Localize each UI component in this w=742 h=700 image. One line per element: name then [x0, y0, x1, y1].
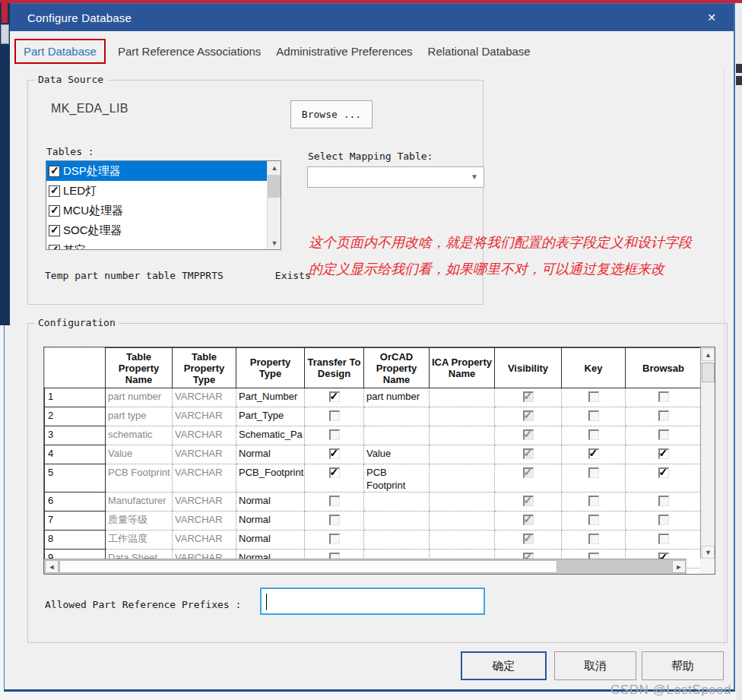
help-button[interactable]: 帮助 — [642, 651, 724, 680]
cell-property-type[interactable]: Normal — [236, 512, 305, 531]
list-item[interactable]: 其它 — [46, 240, 281, 250]
transfer-to-design-checkbox[interactable] — [329, 496, 340, 506]
cell-property-type[interactable]: Normal — [236, 493, 305, 512]
table-checkbox[interactable] — [49, 245, 60, 251]
table-row: 7 质量等级 VARCHAR Normal — [45, 512, 702, 531]
scrollbar-thumb[interactable] — [59, 560, 557, 573]
cell-orcad-property-name[interactable] — [364, 426, 430, 445]
key-checkbox[interactable] — [588, 515, 599, 525]
key-checkbox[interactable] — [588, 410, 599, 421]
key-checkbox[interactable] — [588, 391, 599, 402]
scrollbar-thumb[interactable] — [268, 175, 281, 198]
key-checkbox[interactable] — [588, 496, 599, 506]
cancel-button[interactable]: 取消 — [554, 651, 636, 680]
cell-orcad-property-name[interactable]: part number — [364, 388, 430, 407]
table-checkbox[interactable] — [49, 225, 60, 236]
cell-orcad-property-name[interactable] — [364, 407, 430, 426]
cell-orcad-property-name[interactable]: PCB Footprint — [364, 464, 430, 493]
cell-orcad-property-name[interactable] — [364, 531, 430, 550]
scroll-right-icon[interactable]: ► — [672, 560, 686, 573]
key-checkbox[interactable] — [588, 467, 599, 478]
tab-part-database[interactable]: Part Database — [14, 39, 106, 64]
configure-database-dialog: Configure Database ✕ Part Database Part … — [4, 3, 735, 692]
grid-vertical-scrollbar[interactable]: ▲ ▼ — [700, 347, 715, 559]
table-checkbox[interactable] — [49, 205, 60, 217]
browsable-checkbox[interactable] — [658, 467, 669, 478]
row-number[interactable]: 5 — [45, 464, 106, 493]
row-number[interactable]: 6 — [45, 493, 106, 512]
table-checkbox[interactable] — [49, 185, 60, 197]
tab-administrative-preferences[interactable]: Administrative Preferences — [268, 40, 420, 62]
grid-horizontal-scrollbar[interactable]: ◄ ► — [44, 559, 687, 574]
dropdown-arrow-icon[interactable]: ▼ — [471, 173, 478, 181]
list-item[interactable]: DSP处理器 — [46, 161, 281, 181]
cell-orcad-property-name[interactable] — [364, 493, 430, 512]
cell-orcad-property-name[interactable] — [364, 512, 430, 531]
cell-property-type[interactable]: Normal — [236, 531, 305, 550]
cell-table-property-type: VARCHAR — [173, 512, 236, 531]
browsable-checkbox[interactable] — [658, 429, 669, 440]
screen: Configure Database ✕ Part Database Part … — [0, 0, 742, 700]
close-icon[interactable]: ✕ — [702, 8, 721, 27]
cell-property-type[interactable]: Part_Type — [236, 407, 305, 426]
browsable-checkbox[interactable] — [658, 515, 669, 525]
key-checkbox[interactable] — [588, 534, 599, 544]
browsable-checkbox[interactable] — [658, 391, 669, 402]
cell-ica-property-name[interactable] — [430, 512, 495, 531]
cell-ica-property-name[interactable] — [430, 493, 495, 512]
browsable-checkbox[interactable] — [658, 496, 669, 506]
browse-button-label: Browse ... — [302, 109, 361, 120]
cell-property-type[interactable]: Normal — [236, 445, 305, 464]
scroll-left-icon[interactable]: ◄ — [45, 560, 59, 573]
scroll-down-icon[interactable]: ▼ — [268, 236, 281, 249]
mapping-table-combobox[interactable]: ▼ — [307, 166, 484, 188]
browsable-checkbox[interactable] — [658, 410, 669, 421]
cell-property-type[interactable]: Schematic_Pa — [236, 426, 305, 445]
tab-part-reference-associations[interactable]: Part Reference Associations — [110, 40, 268, 62]
row-number[interactable]: 3 — [45, 426, 106, 445]
listbox-scrollbar[interactable]: ▲ ▼ — [267, 161, 281, 249]
transfer-to-design-checkbox[interactable] — [329, 448, 340, 459]
cell-ica-property-name[interactable] — [430, 426, 495, 445]
key-checkbox[interactable] — [588, 429, 599, 440]
cell-ica-property-name[interactable] — [430, 445, 495, 464]
key-checkbox[interactable] — [588, 448, 599, 459]
list-item[interactable]: SOC处理器 — [46, 220, 281, 240]
cell-property-type[interactable]: Part_Number — [236, 388, 305, 407]
list-item[interactable]: MCU处理器 — [46, 201, 281, 220]
cell-table-property-type: VARCHAR — [173, 426, 236, 445]
row-number[interactable]: 7 — [45, 512, 106, 531]
cell-ica-property-name[interactable] — [430, 407, 495, 426]
row-number[interactable]: 8 — [45, 531, 106, 550]
transfer-to-design-checkbox[interactable] — [329, 391, 340, 402]
row-number[interactable]: 2 — [45, 407, 106, 426]
transfer-to-design-checkbox[interactable] — [329, 410, 340, 421]
background-window-bar — [736, 64, 742, 73]
browse-button[interactable]: Browse ... — [290, 100, 373, 128]
cell-orcad-property-name[interactable]: Value — [364, 445, 430, 464]
cell-ica-property-name[interactable] — [430, 464, 495, 493]
scroll-down-icon[interactable]: ▼ — [702, 546, 715, 559]
table-checkbox[interactable] — [49, 166, 60, 177]
transfer-to-design-checkbox[interactable] — [329, 467, 340, 478]
cell-property-type[interactable]: PCB_Footprint — [236, 464, 305, 493]
browsable-checkbox[interactable] — [658, 448, 669, 459]
cell-ica-property-name[interactable] — [430, 388, 495, 407]
row-number[interactable]: 4 — [45, 445, 106, 464]
browsable-checkbox[interactable] — [658, 534, 669, 544]
transfer-to-design-checkbox[interactable] — [329, 515, 340, 525]
transfer-to-design-checkbox[interactable] — [329, 534, 340, 544]
visibility-checkbox — [523, 448, 534, 459]
cell-ica-property-name[interactable] — [430, 531, 495, 550]
list-item[interactable]: LED灯 — [46, 181, 281, 201]
row-number[interactable]: 1 — [45, 388, 106, 407]
cancel-button-label: 取消 — [584, 659, 607, 673]
tab-relational-database[interactable]: Relational Database — [420, 40, 538, 62]
scroll-up-icon[interactable]: ▲ — [268, 161, 281, 174]
allowed-prefixes-input[interactable] — [260, 588, 485, 615]
transfer-to-design-checkbox[interactable] — [329, 429, 340, 440]
tables-listbox[interactable]: DSP处理器 LED灯 MCU处理器 SOC处理器 其它 — [46, 160, 281, 250]
scrollbar-thumb[interactable] — [702, 363, 715, 382]
scroll-up-icon[interactable]: ▲ — [702, 348, 715, 361]
ok-button[interactable]: 确定 — [461, 651, 547, 680]
